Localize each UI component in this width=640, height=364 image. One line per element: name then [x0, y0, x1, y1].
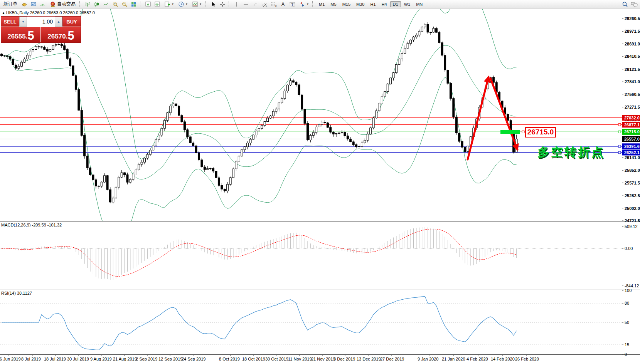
fibonacci-tool-icon[interactable]: F	[269, 1, 278, 8]
template-button[interactable]: ▾	[190, 1, 203, 8]
volume-decrease-button[interactable]: ▼	[19, 17, 27, 27]
trendline-tool-icon[interactable]	[251, 1, 259, 8]
zoom-out-icon[interactable]	[120, 1, 129, 8]
buy-price[interactable]: 26570.5	[41, 27, 81, 42]
timeframe-button-m15[interactable]: M15	[340, 1, 353, 7]
price-axis-tick: 25282.5	[625, 193, 640, 198]
tile-windows-icon[interactable]	[130, 1, 138, 8]
main-toolbar: 新订单 自动交易 ▾ ▾ ▾	[0, 0, 640, 8]
timeframe-button-h4[interactable]: H4	[379, 1, 390, 7]
date-axis-label: 8 Jul 2019	[21, 357, 41, 361]
macd-axis-tick: -844.12	[625, 283, 639, 288]
sell-button[interactable]: SELL	[1, 17, 19, 27]
macd-panel	[0, 227, 622, 280]
level-badge-label: 27032.0	[624, 116, 640, 120]
price-axis-tick: 29260.5	[625, 16, 640, 21]
data-window-icon[interactable]	[144, 1, 152, 8]
toolbar-separator	[140, 1, 142, 7]
price-axis-tick: 25571.5	[625, 181, 640, 185]
timeframe-group: M1M5M15M30H1H4D1W1MN	[316, 1, 425, 7]
date-axis-label: 11 Nov 2019	[288, 357, 312, 361]
zoom-in-icon[interactable]	[111, 1, 120, 8]
price-axis-tick: 27841.0	[625, 79, 640, 84]
highlight-bar	[500, 130, 520, 134]
text-tool-icon[interactable]: A	[279, 1, 287, 8]
label-tool-icon[interactable]: T	[288, 1, 296, 8]
date-axis-label: 21 Nov 2019	[311, 357, 335, 361]
auto-trading-button[interactable]: 自动交易	[48, 1, 77, 8]
timeframe-button-w1[interactable]: W1	[401, 1, 413, 7]
rsi-axis-tick: 80	[625, 301, 629, 305]
date-axis-label: 21 Jan 2020	[442, 357, 465, 361]
terminal-icon[interactable]	[29, 1, 38, 8]
search-icon[interactable]	[621, 1, 629, 8]
rsi-axis-tick: 0	[625, 352, 627, 357]
price-axis-tick: 28410.5	[625, 54, 640, 59]
timeframe-button-mn[interactable]: MN	[413, 1, 425, 7]
vertical-line-tool-icon[interactable]	[232, 1, 241, 8]
date-axis-label: 9 Jan 2020	[418, 357, 438, 361]
level-badge-label: 26715.0	[624, 129, 640, 134]
level-badge-label: 26557.0	[624, 137, 640, 141]
volume-input[interactable]	[27, 17, 55, 27]
price-axis-tick: 28691.0	[625, 42, 640, 46]
add-indicator-button[interactable]: ▾	[162, 1, 175, 8]
bar-chart-icon[interactable]	[83, 1, 92, 8]
price-callout[interactable]: 26715.0	[525, 127, 556, 138]
macd-label: MACD(12,26,9) -209.59 -101.32	[1, 223, 62, 227]
date-axis-label: 30 Jul 2019	[67, 357, 89, 361]
date-axis-label: 26 Jun 2019	[0, 357, 21, 361]
line-chart-icon[interactable]	[102, 1, 110, 8]
timeframe-button-m1[interactable]: M1	[316, 1, 327, 7]
chart-canvas[interactable]: 29260.528971.528691.028410.528121.527841…	[0, 0, 640, 364]
sell-price[interactable]: 26555.5	[1, 27, 40, 42]
cursor-icon[interactable]	[209, 1, 217, 8]
auto-trading-icon	[50, 1, 56, 8]
timeframe-button-d1[interactable]: D1	[390, 1, 401, 7]
price-axis-tick: 28121.5	[625, 67, 640, 72]
chat-icon[interactable]	[630, 1, 638, 8]
date-axis-label: 26 Feb 2020	[515, 357, 539, 361]
volume-spinner: ▼ ▲	[19, 17, 63, 27]
price-axis-tick: 28971.5	[625, 29, 640, 34]
signal-icon[interactable]	[39, 1, 47, 8]
timeframe-button-m5[interactable]: M5	[328, 1, 339, 7]
deposit-icon[interactable]	[20, 1, 29, 8]
timeframe-button-h1[interactable]: H1	[367, 1, 378, 7]
svg-text:A: A	[281, 2, 285, 7]
price-axis-tick: 25002.0	[625, 206, 640, 211]
date-axis-label: 24 Sep 2019	[182, 357, 205, 361]
buy-price-frac: 5	[67, 30, 74, 41]
date-axis-label: 18 Jul 2019	[44, 357, 66, 361]
indicator-window-icon[interactable]	[153, 1, 162, 8]
channel-tool-icon[interactable]: E	[260, 1, 269, 8]
price-axis-tick: 25852.0	[625, 168, 640, 173]
sell-price-frac: 5	[27, 30, 34, 41]
chevron-down-icon: ▾	[307, 2, 308, 6]
buy-button[interactable]: BUY	[63, 17, 81, 27]
date-axis-label: 9 Aug 2019	[90, 357, 112, 361]
horizontal-line-tool-icon[interactable]	[242, 1, 250, 8]
toolbar-separator	[79, 1, 81, 7]
date-axis-label: 13 Dec 2019	[357, 357, 381, 361]
symbol-marker-icon: ▲	[2, 11, 5, 15]
date-axis-label: 14 Feb 2020	[491, 357, 515, 361]
date-axis-label: 21 Aug 2019	[113, 357, 137, 361]
period-button[interactable]: ▾	[176, 1, 189, 8]
timeframe-button-m30[interactable]: M30	[354, 1, 367, 7]
svg-text:T: T	[291, 2, 294, 6]
volume-increase-button[interactable]: ▲	[55, 17, 62, 27]
date-axis-label: 8 Oct 2019	[219, 357, 240, 361]
rsi-axis-tick: 50	[625, 320, 629, 325]
level-badge-label: 26391.6	[624, 144, 640, 149]
svg-text:E: E	[266, 5, 267, 7]
level-badge-label: 26252.1	[624, 150, 640, 155]
macd-axis-tick: 509.12	[625, 224, 638, 229]
annotation-note[interactable]: 多空转折点	[537, 144, 605, 160]
chevron-down-icon: ▾	[186, 2, 187, 6]
shapes-button[interactable]: ▾	[297, 1, 310, 8]
new-order-button[interactable]: 新订单	[2, 1, 19, 8]
main-chart-area	[0, 0, 622, 250]
crosshair-icon[interactable]	[218, 1, 227, 8]
candlestick-chart-icon[interactable]	[93, 1, 101, 8]
